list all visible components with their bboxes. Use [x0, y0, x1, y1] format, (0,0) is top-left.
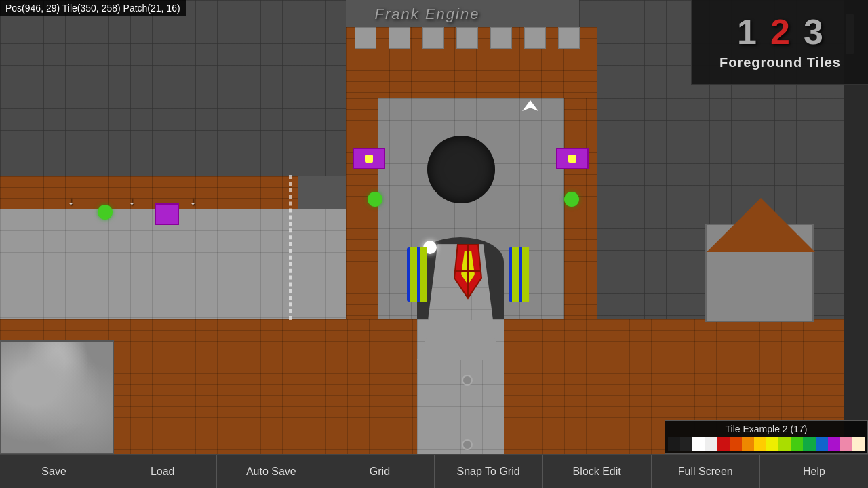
palette-lightgray[interactable] [705, 437, 717, 451]
armor-figure [400, 244, 536, 335]
fg-num-3[interactable]: 3 [804, 14, 823, 49]
palette-yellow-green[interactable] [778, 437, 791, 451]
top-info-bar: Pos(946, 29) Tile(350, 258) Patch(21, 16… [0, 0, 186, 16]
palette-orange-red[interactable] [730, 437, 742, 451]
fg-num-1[interactable]: 1 [737, 14, 757, 49]
entity-green-1 [368, 192, 382, 207]
tile-example-title: Tile Example 2 (17) [668, 424, 865, 434]
tile-preview [0, 340, 114, 454]
castle-right-wall [564, 98, 597, 319]
target-2 [462, 439, 473, 450]
snap-to-grid-button[interactable]: Snap To Grid [435, 455, 543, 488]
palette-pink[interactable] [840, 437, 852, 451]
stone-floor-left [0, 209, 346, 319]
fg-num-2[interactable]: 2 [770, 14, 790, 49]
palette-yellow[interactable] [766, 437, 778, 451]
palette-dark-green[interactable] [803, 437, 815, 451]
target-1 [462, 375, 473, 386]
battlement [389, 27, 410, 49]
full-screen-button[interactable]: Full Screen [652, 455, 760, 488]
battlement [422, 27, 444, 49]
block-edit-button[interactable]: Block Edit [543, 455, 652, 488]
svg-rect-7 [522, 247, 529, 302]
fg-numbers: 1 2 3 [737, 14, 823, 49]
palette-green[interactable] [791, 437, 803, 451]
auto-save-button[interactable]: Auto Save [217, 455, 326, 488]
load-button[interactable]: Load [108, 455, 217, 488]
entity-purple-3 [155, 203, 179, 225]
palette-white[interactable] [692, 437, 705, 451]
entity-purple-2 [556, 148, 589, 169]
grid-button[interactable]: Grid [326, 455, 434, 488]
hut [705, 224, 814, 322]
battlement [355, 27, 376, 49]
palette-darkgray[interactable] [680, 437, 692, 451]
title-center: Frank Engine [370, 0, 486, 28]
palette-skin[interactable] [852, 437, 865, 451]
castle-left-wall [346, 98, 378, 319]
battlement [524, 27, 546, 49]
tile-example-panel: Tile Example 2 (17) [665, 420, 868, 454]
help-button[interactable]: Help [760, 455, 868, 488]
brick-left-band [0, 176, 298, 209]
palette-yellow-orange[interactable] [754, 437, 766, 451]
svg-rect-1 [410, 247, 417, 302]
down-arrow-2: ↓ [129, 194, 135, 208]
bg-dark-top-left [0, 0, 346, 176]
battlement [558, 27, 580, 49]
palette-purple[interactable] [828, 437, 840, 451]
gate-hole [427, 136, 495, 203]
save-button[interactable]: Save [0, 455, 108, 488]
gate-path [417, 319, 504, 454]
down-arrow-1: ↓ [68, 194, 74, 208]
palette-red[interactable] [717, 437, 730, 451]
battlement [456, 27, 478, 49]
fg-tiles-panel: 1 2 3 Foreground Tiles [691, 0, 868, 85]
bottom-toolbar: Save Load Auto Save Grid Snap To Grid Bl… [0, 454, 868, 488]
down-arrow-3: ↓ [190, 194, 196, 208]
palette-orange[interactable] [742, 437, 754, 451]
entity-purple-1 [353, 148, 385, 169]
svg-rect-6 [512, 247, 519, 302]
svg-rect-2 [420, 247, 427, 302]
fg-label: Foreground Tiles [719, 55, 841, 70]
entity-green-2 [564, 192, 579, 207]
palette-black[interactable] [668, 437, 680, 451]
battlement [490, 27, 512, 49]
palette-blue[interactable] [816, 437, 828, 451]
entity-green-3 [98, 205, 113, 220]
color-palette[interactable] [668, 437, 865, 451]
